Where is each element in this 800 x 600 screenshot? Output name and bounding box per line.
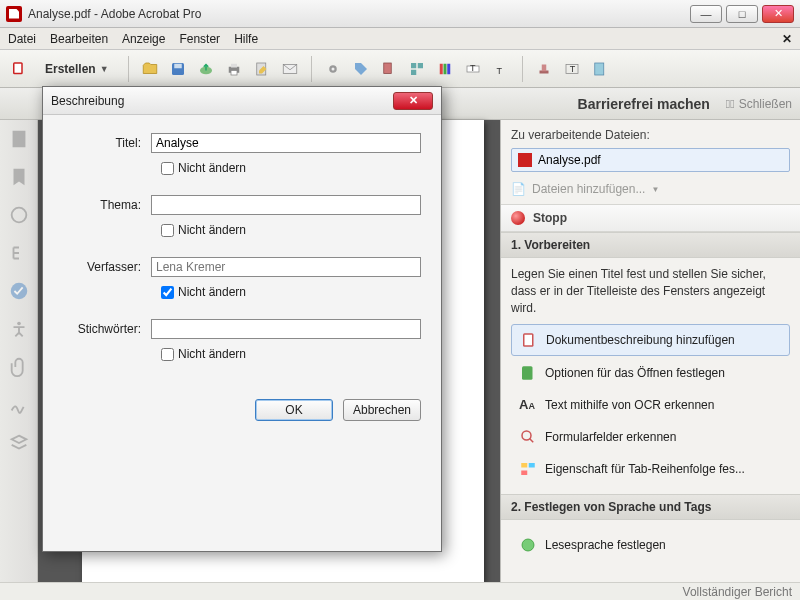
- menu-bearbeiten[interactable]: Bearbeiten: [50, 32, 108, 46]
- svg-rect-6: [231, 63, 237, 67]
- svg-text:T: T: [470, 63, 476, 73]
- stichwoerter-lock-label: Nicht ändern: [178, 347, 246, 361]
- svg-text:T: T: [569, 64, 575, 74]
- titel-lock-checkbox[interactable]: [161, 162, 174, 175]
- accessibility-icon[interactable]: [8, 318, 30, 340]
- dialog-close-button[interactable]: ✕: [393, 92, 433, 110]
- menu-fenster[interactable]: Fenster: [179, 32, 220, 46]
- dialog-title: Beschreibung: [51, 94, 124, 108]
- color-icon[interactable]: [434, 58, 456, 80]
- thema-lock-checkbox[interactable]: [161, 224, 174, 237]
- svg-point-11: [331, 67, 334, 70]
- add-files-button[interactable]: 📄 Dateien hinzufügen... ▼: [511, 182, 790, 196]
- gear-icon[interactable]: [322, 58, 344, 80]
- ok-button[interactable]: OK: [255, 399, 333, 421]
- ocr-icon: AA: [519, 396, 537, 414]
- stichwoerter-label: Stichwörter:: [63, 322, 151, 336]
- thema-input[interactable]: [151, 195, 421, 215]
- panel-title: Barrierefrei machen: [578, 96, 710, 112]
- tab-order-icon: [519, 460, 537, 478]
- titel-input[interactable]: [151, 133, 421, 153]
- step1-header: 1. Vorbereiten: [501, 232, 800, 258]
- menu-bar: Datei Bearbeiten Anzeige Fenster Hilfe ✕: [0, 28, 800, 50]
- svg-rect-32: [525, 335, 533, 346]
- text-field-icon[interactable]: T: [462, 58, 484, 80]
- app-icon: [6, 6, 22, 22]
- file-list-item[interactable]: Analyse.pdf: [511, 148, 790, 172]
- svg-point-28: [11, 208, 26, 223]
- attach-tool-icon[interactable]: [589, 58, 611, 80]
- stichwoerter-input[interactable]: [151, 319, 421, 339]
- open-icon[interactable]: [139, 58, 161, 80]
- file-name: Analyse.pdf: [538, 153, 601, 167]
- task-reading-language[interactable]: Lesesprache festlegen: [511, 530, 790, 560]
- task-add-description[interactable]: Dokumentbeschreibung hinzufügen: [511, 324, 790, 356]
- form-fields-icon: [519, 428, 537, 446]
- task-label: Optionen für das Öffnen festlegen: [545, 365, 725, 382]
- menu-datei[interactable]: Datei: [8, 32, 36, 46]
- minimize-button[interactable]: —: [690, 5, 722, 23]
- textbox-icon[interactable]: T: [561, 58, 583, 80]
- svg-rect-36: [529, 463, 535, 468]
- task-label: Text mithilfe von OCR erkennen: [545, 397, 714, 414]
- stichwoerter-lock-checkbox[interactable]: [161, 348, 174, 361]
- step1-instruction: Legen Sie einen Titel fest und stellen S…: [511, 266, 790, 316]
- task-label: Lesesprache festlegen: [545, 537, 666, 554]
- menu-hilfe[interactable]: Hilfe: [234, 32, 258, 46]
- svg-rect-14: [417, 63, 422, 68]
- window-titlebar: Analyse.pdf - Adobe Acrobat Pro — □ ✕: [0, 0, 800, 28]
- left-nav-rail: [0, 120, 38, 582]
- svg-text:T: T: [496, 65, 502, 75]
- description-icon: [520, 331, 538, 349]
- bookmark-icon[interactable]: [8, 166, 30, 188]
- check-icon[interactable]: [8, 280, 30, 302]
- erstellen-dropdown[interactable]: Erstellen ▼: [36, 59, 118, 79]
- tag-icon[interactable]: [350, 58, 372, 80]
- touchup-icon[interactable]: [378, 58, 400, 80]
- task-open-options[interactable]: Optionen für das Öffnen festlegen: [511, 358, 790, 388]
- task-label: Dokumentbeschreibung hinzufügen: [546, 332, 735, 349]
- menu-anzeige[interactable]: Anzeige: [122, 32, 165, 46]
- create-pdf-icon[interactable]: [8, 58, 30, 80]
- structure-icon[interactable]: [8, 242, 30, 264]
- svg-rect-23: [541, 64, 546, 71]
- status-text: Vollständiger Bericht: [683, 585, 792, 599]
- svg-rect-17: [443, 63, 446, 74]
- verfasser-input[interactable]: [151, 257, 421, 277]
- verfasser-lock-checkbox[interactable]: [161, 286, 174, 299]
- order-icon[interactable]: [406, 58, 428, 80]
- mail-icon[interactable]: [279, 58, 301, 80]
- save-icon[interactable]: [167, 58, 189, 80]
- task-form-fields[interactable]: Formularfelder erkennen: [511, 422, 790, 452]
- task-ocr[interactable]: AA Text mithilfe von OCR erkennen: [511, 390, 790, 420]
- stop-button[interactable]: Stopp: [501, 204, 800, 232]
- thumbnails-icon[interactable]: [8, 128, 30, 150]
- edit-icon[interactable]: [251, 58, 273, 80]
- text-icon[interactable]: T: [490, 58, 512, 80]
- thema-lock-label: Nicht ändern: [178, 223, 246, 237]
- document-close-icon[interactable]: ✕: [782, 32, 792, 46]
- titel-lock-label: Nicht ändern: [178, 161, 246, 175]
- task-tab-order[interactable]: Eigenschaft für Tab-Reihenfolge fes...: [511, 454, 790, 484]
- cancel-button[interactable]: Abbrechen: [343, 399, 421, 421]
- print-icon[interactable]: [223, 58, 245, 80]
- signature-icon[interactable]: [8, 394, 30, 416]
- chevron-down-icon: ▼: [651, 185, 659, 194]
- globe-icon[interactable]: [8, 204, 30, 226]
- panel-close-button[interactable]: �⃞ Schließen: [726, 97, 792, 111]
- maximize-button[interactable]: □: [726, 5, 758, 23]
- dialog-titlebar[interactable]: Beschreibung ✕: [43, 87, 441, 115]
- stop-label: Stopp: [533, 211, 567, 225]
- svg-rect-33: [522, 367, 533, 381]
- window-close-button[interactable]: ✕: [762, 5, 794, 23]
- attachment-icon[interactable]: [8, 356, 30, 378]
- svg-rect-26: [594, 63, 603, 75]
- svg-rect-37: [521, 471, 527, 476]
- main-toolbar: Erstellen ▼ T T T: [0, 50, 800, 88]
- stamp-icon[interactable]: [533, 58, 555, 80]
- verfasser-lock-label: Nicht ändern: [178, 285, 246, 299]
- add-files-icon: 📄: [511, 182, 526, 196]
- layers-icon[interactable]: [8, 432, 30, 454]
- titel-label: Titel:: [63, 136, 151, 150]
- cloud-icon[interactable]: [195, 58, 217, 80]
